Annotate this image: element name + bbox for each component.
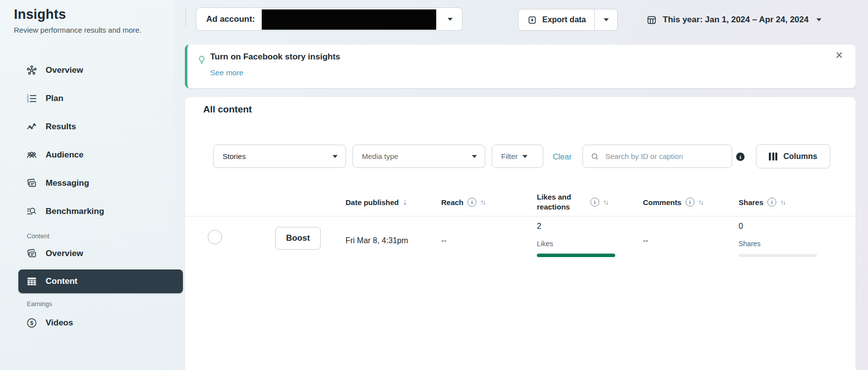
filter-label: Filter [501,152,518,160]
info-circle-icon[interactable] [467,198,476,207]
chevron-down-icon [333,155,338,158]
sidebar-item-label: Overview [46,249,83,259]
sidebar-item-content-overview[interactable]: Overview [0,241,174,266]
svg-text:$: $ [30,319,33,325]
columns-label: Columns [783,152,817,161]
sidebar-item-label: Results [46,122,76,132]
banner-see-more-link[interactable]: See more [210,68,243,77]
ad-account-value-redacted [262,9,436,30]
calendar-icon [646,14,657,26]
column-header-shares[interactable]: Shares ↑↓ [739,188,785,216]
columns-icon [769,153,777,160]
row-checkbox[interactable] [208,230,222,244]
cell-date-published: Fri Mar 8, 4:31pm [346,236,408,245]
clear-filters-link[interactable]: Clear [553,153,572,161]
table-icon [26,275,38,287]
info-circle-icon[interactable] [686,198,694,207]
ad-account-dropdown[interactable]: Ad account: [196,7,463,31]
sort-icon[interactable]: ↑↓ [480,199,485,206]
column-label: Likes and reactions [537,192,586,212]
media-type-placeholder: Media type [362,152,398,160]
chevron-down-icon [448,18,453,21]
hub-icon [26,64,38,76]
column-label: Reach [441,198,463,207]
search-box [582,145,732,168]
table-header-divider [185,216,856,216]
section-heading: All content [203,104,252,115]
sidebar-item-label: Overview [46,65,83,75]
dollar-circle-icon: $ [26,317,38,329]
all-content-card: All content Stories Media type Filter Cl… [185,97,856,370]
date-range-picker[interactable]: This year: Jan 1, 2024 – Apr 24, 2024 [646,12,821,28]
cards-icon [26,177,38,189]
column-header-likes-reactions[interactable]: Likes and reactions ↑↓ [537,188,608,216]
export-options-button[interactable] [595,9,617,30]
chevron-down-icon [472,155,477,158]
chevron-down-icon [604,18,609,21]
sidebar-item-results[interactable]: Results [0,112,174,141]
cell-likes-label: Likes [537,240,553,248]
sidebar-item-content[interactable]: Content [18,269,183,293]
export-data-split-button: Export data [518,9,618,31]
column-label: Comments [643,198,682,207]
chevron-down-icon [816,18,821,21]
page-subtitle: Review performance results and more. [14,26,174,34]
sidebar-item-label: Messaging [46,178,89,188]
filter-dropdown[interactable]: Filter [492,145,543,168]
topbar-divider [185,6,186,27]
sort-descending-icon: ↓ [403,198,407,207]
export-data-label: Export data [542,15,586,24]
column-header-reach[interactable]: Reach ↑↓ [441,188,485,216]
info-circle-icon[interactable] [590,198,599,207]
sidebar-item-messaging[interactable]: Messaging [0,169,174,197]
sidebar-section-earnings: Earnings [27,300,174,308]
banner-title: Turn on Facebook story insights [210,52,340,62]
media-type-dropdown[interactable]: Media type [352,145,485,168]
column-header-comments[interactable]: Comments ↑↓ [643,188,703,216]
post-type-dropdown[interactable]: Stories [213,145,346,168]
post-type-value: Stories [223,152,246,160]
cell-shares-label: Shares [739,240,760,248]
sidebar-item-label: Benchmarking [46,207,104,216]
column-label: Date published [346,198,399,207]
sidebar-item-label: Videos [46,318,73,328]
ad-account-label: Ad account: [206,14,255,24]
sidebar-item-videos[interactable]: $ Videos [0,309,174,337]
chevron-down-icon [522,155,527,158]
story-insights-banner: Turn on Facebook story insights See more… [185,45,856,88]
sort-icon[interactable]: ↑↓ [603,199,608,206]
cards-icon [26,248,38,260]
sidebar-item-label: Plan [46,94,63,104]
people-icon [26,149,38,161]
page-title: Insights [14,7,174,22]
close-icon[interactable]: × [835,49,843,61]
benchmark-search-icon [26,206,38,217]
column-label: Shares [739,198,763,207]
info-icon[interactable] [736,153,745,161]
sort-icon[interactable]: ↑↓ [780,199,785,206]
cell-shares-value: 0 [739,222,743,231]
cell-reach: -- [441,236,447,245]
sort-icon[interactable]: ↑↓ [698,199,703,206]
sidebar-item-overview[interactable]: Overview [0,56,174,84]
sidebar: Insights Review performance results and … [0,0,174,370]
export-data-button[interactable]: Export data [519,9,594,30]
sidebar-section-content: Content [27,232,174,240]
sidebar-item-benchmarking[interactable]: Benchmarking [0,197,174,225]
sidebar-item-plan[interactable]: 1 2 3 Plan [0,84,174,112]
ordered-list-icon: 1 2 3 [26,93,38,105]
sidebar-item-label: Audience [46,150,84,160]
search-input[interactable] [604,152,726,161]
column-header-date-published[interactable]: Date published ↓ [346,188,407,216]
cell-likes-value: 2 [537,222,541,231]
likes-progress-bar [537,254,615,257]
info-circle-icon[interactable] [767,198,776,207]
boost-button[interactable]: Boost [275,227,321,250]
search-icon [590,152,600,161]
shares-progress-bar [739,254,817,257]
sidebar-nav: Overview 1 2 3 Plan [0,56,174,337]
sidebar-item-audience[interactable]: Audience [0,141,174,169]
columns-button[interactable]: Columns [756,144,830,168]
sidebar-item-label: Content [46,276,77,286]
lightbulb-icon [196,54,207,65]
